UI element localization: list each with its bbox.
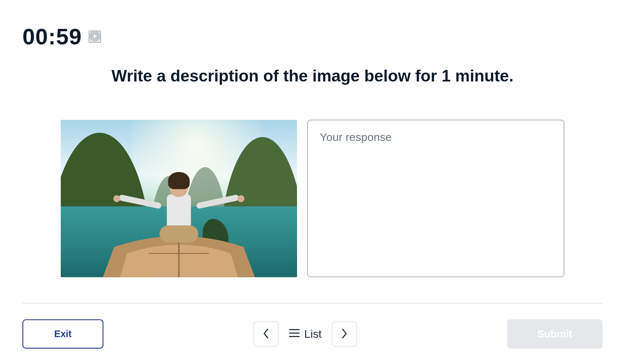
next-button[interactable] bbox=[332, 322, 357, 347]
list-button-label: List bbox=[304, 327, 322, 341]
submit-button[interactable]: Submit bbox=[507, 319, 603, 349]
exit-button[interactable]: Exit bbox=[22, 319, 104, 349]
menu-icon bbox=[289, 327, 300, 341]
countdown-timer: 00:59 bbox=[22, 24, 82, 50]
prompt-heading: Write a description of the image below f… bbox=[0, 67, 625, 85]
play-circle-icon bbox=[89, 30, 101, 43]
chevron-right-icon bbox=[341, 327, 349, 341]
prev-button[interactable] bbox=[253, 322, 278, 347]
response-input[interactable] bbox=[307, 120, 564, 277]
prompt-image bbox=[61, 120, 297, 277]
nav-group: List bbox=[253, 322, 357, 347]
chevron-left-icon bbox=[262, 327, 270, 341]
play-button[interactable] bbox=[89, 31, 101, 43]
list-button[interactable]: List bbox=[286, 327, 324, 341]
